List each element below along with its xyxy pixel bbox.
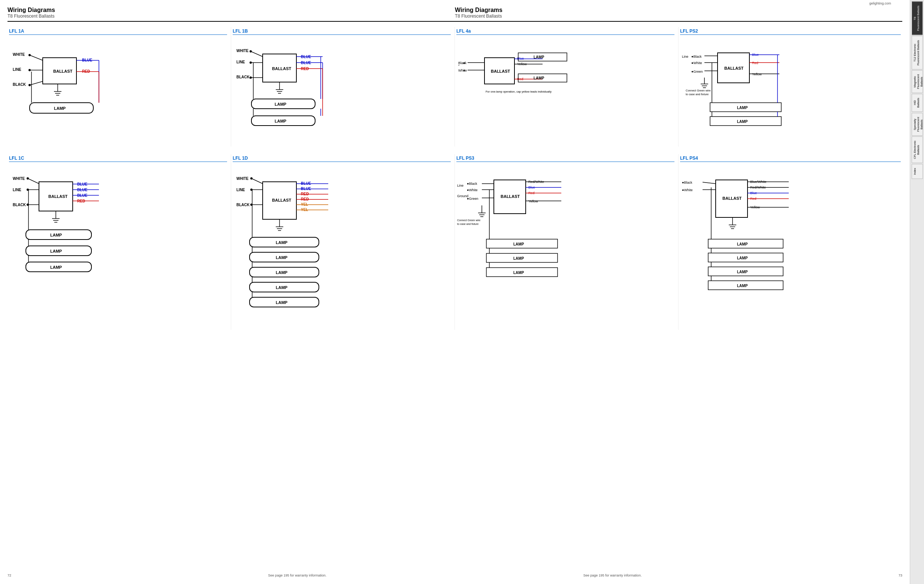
svg-text:●: ● [463, 61, 465, 65]
svg-text:BLACK: BLACK [13, 203, 26, 207]
page-title-left: Wiring Diagrams [8, 7, 455, 13]
svg-text:●Green: ●Green [467, 197, 478, 200]
main-content: gelighting.com Wiring Diagrams T8 Fluore… [0, 0, 910, 584]
lfl1a-svg: WHITE LINE BLACK BALLAST BLUE RED [9, 37, 114, 119]
svg-line-32 [251, 51, 263, 56]
svg-text:LAMP: LAMP [276, 270, 287, 275]
svg-text:●White: ●White [682, 188, 693, 192]
lfl4a-svg: Black White ● ● BALLAST Blue Yellow Re [456, 37, 576, 112]
svg-text:LINE: LINE [13, 188, 21, 192]
header-left: Wiring Diagrams T8 Fluorescent Ballasts [8, 7, 455, 19]
sidebar-tab-magnetic[interactable]: MagneticFluorescentBallasts [912, 70, 923, 93]
svg-text:WHITE: WHITE [236, 177, 249, 181]
sidebar-tab-t8-fluorescent[interactable]: T8Fluorescent Ballasts [912, 2, 923, 35]
svg-text:LAMP: LAMP [737, 270, 748, 274]
lflps4-svg: ●Black ●White BALLAST Blue/White Re [680, 164, 800, 325]
diagram-lfl1c: LFL 1C WHITE LINE BLACK BALLAST BLUE BLU… [8, 154, 231, 330]
svg-point-37 [249, 76, 252, 79]
lfl1c-svg: WHITE LINE BLACK BALLAST BLUE BLUE BLUE … [9, 164, 118, 288]
svg-text:LAMP: LAMP [513, 256, 524, 260]
lfl1a-title: LFL 1A [9, 28, 227, 35]
svg-text:Red: Red [752, 61, 758, 65]
svg-text:BALLAST: BALLAST [53, 69, 73, 73]
svg-text:Yellow: Yellow [752, 72, 762, 76]
svg-text:●White: ●White [691, 61, 702, 65]
svg-text:LAMP: LAMP [534, 55, 544, 59]
svg-text:BALLAST: BALLAST [48, 194, 68, 199]
svg-text:LINE: LINE [236, 60, 245, 64]
svg-text:BLACK: BLACK [236, 75, 250, 79]
lflps3-svg: Line Ground ●Black ●White ●Green BALLAST [456, 164, 576, 307]
svg-text:BALLAST: BALLAST [501, 194, 520, 199]
svg-text:LAMP: LAMP [50, 265, 62, 270]
svg-text:LAMP: LAMP [50, 249, 62, 253]
lfl1d-title: LFL 1D [233, 156, 451, 162]
svg-text:LAMP: LAMP [534, 76, 544, 80]
lflps2-title: LFL PS2 [680, 28, 901, 35]
diagram-lflps2: LFL PS2 Line ●Black ●White ●Green BALLAS… [678, 27, 902, 147]
svg-text:Line: Line [457, 184, 464, 187]
website-url: gelighting.com [869, 2, 891, 5]
lflps3-title: LFL PS3 [456, 156, 675, 162]
svg-text:BALLAST: BALLAST [723, 196, 742, 200]
diagram-lfl1b: LFL 1B WHITE LINE BLACK BALLAST BLUE BLU… [231, 27, 455, 147]
svg-point-33 [249, 50, 252, 53]
diagram-lflps3: LFL PS3 Line Ground ●Black ●White ●Green… [455, 154, 678, 330]
svg-text:White: White [458, 69, 467, 72]
lfl1b-title: LFL 1B [233, 28, 451, 35]
lfl1d-svg: WHITE LINE BLACK BALLAST BLUE BLUE RED R… [233, 164, 349, 325]
svg-text:LAMP: LAMP [276, 285, 287, 290]
lflps4-title: LFL PS4 [680, 156, 901, 162]
svg-point-148 [250, 177, 252, 180]
svg-text:LINE: LINE [13, 68, 21, 71]
svg-text:BALLAST: BALLAST [272, 198, 292, 202]
page-subtitle-left: T8 Fluorescent Ballasts [8, 13, 455, 19]
page-wrapper: gelighting.com Wiring Diagrams T8 Fluore… [0, 0, 924, 584]
lfl4a-title: LFL 4a [456, 28, 675, 35]
svg-line-7 [30, 55, 43, 60]
diagram-lflps4: LFL PS4 ●Black ●White BALLAST [678, 154, 902, 330]
svg-point-35 [249, 61, 252, 64]
svg-text:WHITE: WHITE [13, 177, 25, 181]
svg-line-113 [28, 179, 39, 184]
svg-line-147 [251, 179, 263, 184]
sidebar-tab-index[interactable]: Index [912, 164, 923, 179]
lfl1b-svg: WHITE LINE BLACK BALLAST BLUE BLUE RED [233, 37, 345, 142]
svg-text:LAMP: LAMP [275, 119, 286, 123]
svg-text:LAMP: LAMP [275, 102, 286, 106]
sidebar-tab-cfl[interactable]: CFL ElectronicBallasts [912, 136, 923, 163]
svg-text:Black: Black [458, 61, 467, 65]
svg-text:BALLAST: BALLAST [491, 69, 510, 73]
svg-text:to case and fixture: to case and fixture [686, 93, 709, 96]
warranty-right: See page 195 for warranty information. [583, 574, 642, 577]
svg-text:Yellow: Yellow [528, 199, 538, 203]
sidebar-tab-hid[interactable]: HIDBallasts [912, 94, 923, 112]
svg-text:LAMP: LAMP [737, 242, 748, 246]
svg-point-114 [26, 177, 29, 180]
sidebar-tab-specialty[interactable]: SpecialtyFluorescentBallasts [912, 113, 923, 136]
svg-text:●Black: ●Black [467, 182, 477, 185]
svg-text:WHITE: WHITE [236, 49, 249, 53]
svg-text:to case and fixture: to case and fixture [457, 223, 478, 225]
svg-point-8 [28, 54, 31, 56]
svg-point-10 [28, 69, 31, 71]
svg-text:LAMP: LAMP [513, 242, 524, 246]
svg-text:LAMP: LAMP [737, 256, 748, 260]
svg-point-12 [28, 84, 31, 86]
svg-text:LAMP: LAMP [737, 284, 748, 288]
svg-text:●White: ●White [467, 188, 477, 192]
sidebar-tab-t12-electronic[interactable]: T12 ElectronicFluorescent Ballasts [912, 36, 923, 70]
svg-text:LAMP: LAMP [50, 233, 62, 237]
svg-text:LAMP: LAMP [276, 240, 287, 245]
svg-text:LAMP: LAMP [54, 106, 66, 111]
page-subtitle-right: T8 Fluorescent Ballasts [455, 13, 902, 19]
svg-text:WHITE: WHITE [13, 53, 25, 56]
svg-text:LAMP: LAMP [276, 255, 287, 260]
diagram-lfl4a: LFL 4a Black White ● ● BALLAST [455, 27, 678, 147]
warranty-left: See page 195 for warranty information. [268, 574, 327, 577]
page-number-left: 72 [8, 574, 11, 577]
page-title-right: Wiring Diagrams [455, 7, 902, 13]
header-right: Wiring Diagrams T8 Fluorescent Ballasts [455, 7, 902, 19]
svg-text:●Black: ●Black [691, 55, 702, 58]
svg-text:BALLAST: BALLAST [272, 66, 292, 71]
